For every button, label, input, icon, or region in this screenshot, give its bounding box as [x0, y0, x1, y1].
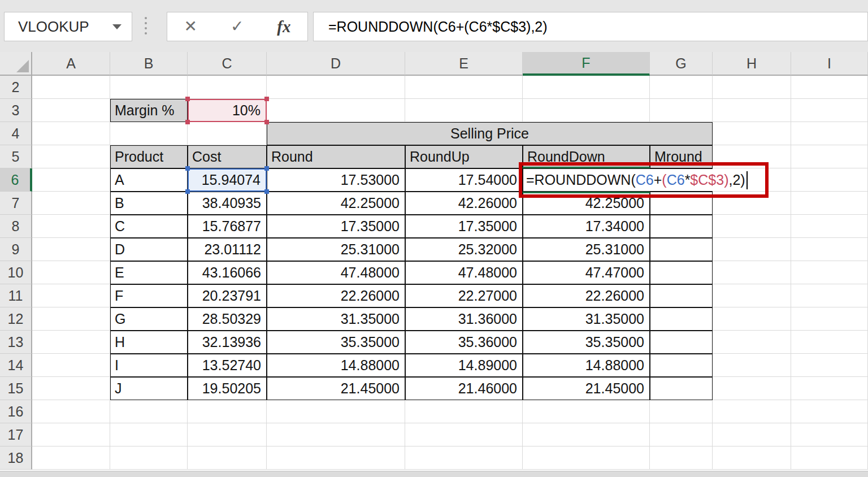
- row-header-10[interactable]: 10: [0, 261, 32, 284]
- column-header-G[interactable]: G: [650, 52, 713, 76]
- cell-round-I[interactable]: 14.88000: [267, 354, 405, 377]
- cell-product-J[interactable]: J: [110, 377, 188, 400]
- row-header-16[interactable]: 16: [0, 400, 32, 423]
- cell-product-A[interactable]: A: [110, 168, 188, 192]
- cell-mround-D[interactable]: [650, 238, 713, 261]
- cell-b3-margin-label[interactable]: Margin %: [110, 99, 188, 122]
- cell-cost-J[interactable]: 19.50205: [188, 377, 267, 400]
- cell-product-I[interactable]: I: [110, 354, 188, 377]
- cell-roundup-G[interactable]: 31.36000: [405, 307, 523, 331]
- cell-cost-E[interactable]: 43.16066: [188, 261, 267, 284]
- row-header-4[interactable]: 4: [0, 122, 32, 145]
- cell-mround-I[interactable]: [650, 354, 713, 377]
- formula-input[interactable]: =ROUNDDOWN(C6+(C6*$C$3),2): [313, 12, 868, 41]
- column-header-D[interactable]: D: [267, 52, 405, 76]
- cell-product-G[interactable]: G: [110, 307, 188, 331]
- table-header-product[interactable]: Product: [110, 145, 188, 168]
- reference-handle: [185, 189, 190, 194]
- row-header-8[interactable]: 8: [0, 215, 32, 238]
- row-header-15[interactable]: 15: [0, 377, 32, 400]
- cell-mround-F[interactable]: [650, 284, 713, 307]
- column-header-F[interactable]: F: [523, 52, 650, 76]
- row-header-9[interactable]: 9: [0, 238, 32, 261]
- cell-round-F[interactable]: 22.26000: [267, 284, 405, 307]
- cell-roundup-D[interactable]: 25.32000: [405, 238, 523, 261]
- column-header-A[interactable]: A: [32, 52, 110, 76]
- cell-cost-G[interactable]: 28.50329: [188, 307, 267, 331]
- cell-round-J[interactable]: 21.45000: [267, 377, 405, 400]
- cell-rounddown-J[interactable]: 21.45000: [523, 377, 650, 400]
- row-header-6[interactable]: 6: [0, 168, 32, 192]
- column-header-I[interactable]: I: [791, 52, 868, 76]
- cell-round-C[interactable]: 17.35000: [267, 215, 405, 238]
- cell-roundup-F[interactable]: 22.27000: [405, 284, 523, 307]
- column-header-E[interactable]: E: [405, 52, 523, 76]
- cell-mround-E[interactable]: [650, 261, 713, 284]
- cell-rounddown-F[interactable]: 22.26000: [523, 284, 650, 307]
- row-header-3[interactable]: 3: [0, 99, 32, 122]
- gridline: [791, 76, 791, 470]
- insert-function-icon[interactable]: fx: [277, 18, 290, 36]
- table-header-round[interactable]: Round: [267, 145, 405, 168]
- row-header-11[interactable]: 11: [0, 284, 32, 307]
- cell-round-H[interactable]: 35.35000: [267, 331, 405, 354]
- enter-icon[interactable]: ✓: [231, 19, 244, 34]
- cell-rounddown-E[interactable]: 47.47000: [523, 261, 650, 284]
- cell-product-B[interactable]: B: [110, 192, 188, 215]
- cell-roundup-B[interactable]: 42.26000: [405, 192, 523, 215]
- cell-product-D[interactable]: D: [110, 238, 188, 261]
- column-header-B[interactable]: B: [110, 52, 188, 76]
- cell-round-G[interactable]: 31.35000: [267, 307, 405, 331]
- cell-mround-G[interactable]: [650, 307, 713, 331]
- cell-roundup-C[interactable]: 17.35000: [405, 215, 523, 238]
- cell-c3-margin-value[interactable]: 10%: [188, 99, 267, 122]
- cell-mround-H[interactable]: [650, 331, 713, 354]
- cell-cost-B[interactable]: 38.40935: [188, 192, 267, 215]
- cell-product-F[interactable]: F: [110, 284, 188, 307]
- cell-rounddown-I[interactable]: 14.88000: [523, 354, 650, 377]
- row-header-12[interactable]: 12: [0, 307, 32, 331]
- name-box[interactable]: VLOOKUP: [4, 12, 132, 41]
- column-header-C[interactable]: C: [188, 52, 267, 76]
- cell-roundup-E[interactable]: 47.48000: [405, 261, 523, 284]
- cancel-icon[interactable]: ✕: [184, 19, 197, 34]
- cell-roundup-J[interactable]: 21.46000: [405, 377, 523, 400]
- row-header-14[interactable]: 14: [0, 354, 32, 377]
- cell-mround-J[interactable]: [650, 377, 713, 400]
- row-header-13[interactable]: 13: [0, 331, 32, 354]
- row-header-2[interactable]: 2: [0, 76, 32, 99]
- cell-cost-D[interactable]: 23.01112: [188, 238, 267, 261]
- row-header-18[interactable]: 18: [0, 446, 32, 470]
- row-header-17[interactable]: 17: [0, 423, 32, 446]
- row-header-5[interactable]: 5: [0, 145, 32, 168]
- cell-rounddown-G[interactable]: 31.35000: [523, 307, 650, 331]
- cell-selling-price-header[interactable]: Selling Price: [267, 122, 713, 145]
- cell-rounddown-C[interactable]: 17.34000: [523, 215, 650, 238]
- select-all-corner[interactable]: [0, 52, 32, 76]
- cell-roundup-A[interactable]: 17.54000: [405, 168, 523, 192]
- cell-roundup-I[interactable]: 14.89000: [405, 354, 523, 377]
- cell-product-C[interactable]: C: [110, 215, 188, 238]
- reference-handle: [185, 97, 190, 101]
- cell-product-H[interactable]: H: [110, 331, 188, 354]
- cell-cost-C[interactable]: 15.76877: [188, 215, 267, 238]
- cell-cost-I[interactable]: 13.52740: [188, 354, 267, 377]
- cell-round-D[interactable]: 25.31000: [267, 238, 405, 261]
- cell-rounddown-H[interactable]: 35.35000: [523, 331, 650, 354]
- cell-round-E[interactable]: 47.48000: [267, 261, 405, 284]
- cell-mround-C[interactable]: [650, 215, 713, 238]
- cell-product-E[interactable]: E: [110, 261, 188, 284]
- table-header-cost[interactable]: Cost: [188, 145, 267, 168]
- cell-cost-H[interactable]: 32.13936: [188, 331, 267, 354]
- table-header-roundup[interactable]: RoundUp: [405, 145, 523, 168]
- cell-round-B[interactable]: 42.25000: [267, 192, 405, 215]
- cell-cost-A[interactable]: 15.94074: [188, 168, 267, 192]
- cell-round-A[interactable]: 17.53000: [267, 168, 405, 192]
- name-box-dropdown-icon[interactable]: [112, 24, 121, 29]
- formula-bar-separator: [145, 17, 147, 34]
- row-header-7[interactable]: 7: [0, 192, 32, 215]
- cell-cost-F[interactable]: 20.23791: [188, 284, 267, 307]
- cell-rounddown-D[interactable]: 25.31000: [523, 238, 650, 261]
- cell-roundup-H[interactable]: 35.36000: [405, 331, 523, 354]
- column-header-H[interactable]: H: [713, 52, 791, 76]
